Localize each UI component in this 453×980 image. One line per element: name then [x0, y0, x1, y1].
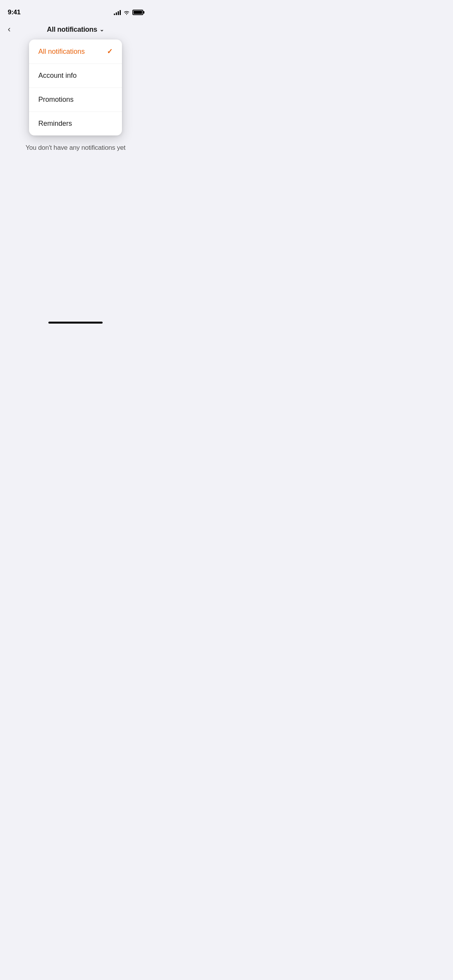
dropdown-item-label: All notifications	[38, 48, 85, 56]
dropdown-item-account-info[interactable]: Account info	[29, 64, 122, 88]
dropdown-item-all-notifications[interactable]: All notifications ✓	[29, 39, 122, 64]
back-button[interactable]: ‹	[8, 24, 10, 34]
dropdown-item-promotions[interactable]: Promotions	[29, 88, 122, 112]
dropdown-item-label: Account info	[38, 72, 77, 80]
signal-icon	[114, 10, 121, 15]
chevron-down-icon: ⌄	[100, 26, 104, 33]
wifi-icon	[123, 10, 130, 15]
status-time: 9:41	[8, 9, 21, 16]
nav-header: ‹ All notifications ⌄	[0, 19, 151, 39]
header-title: All notifications	[47, 26, 97, 34]
header-title-button[interactable]: All notifications ⌄	[47, 26, 104, 34]
dropdown-item-reminders[interactable]: Reminders	[29, 112, 122, 135]
dropdown-menu: All notifications ✓ Account info Promoti…	[29, 39, 122, 135]
checkmark-icon: ✓	[107, 47, 113, 56]
status-icons	[114, 10, 143, 15]
dropdown-item-label: Reminders	[38, 120, 72, 128]
status-bar: 9:41	[0, 0, 151, 19]
dropdown-item-label: Promotions	[38, 96, 74, 104]
battery-icon	[132, 10, 143, 15]
